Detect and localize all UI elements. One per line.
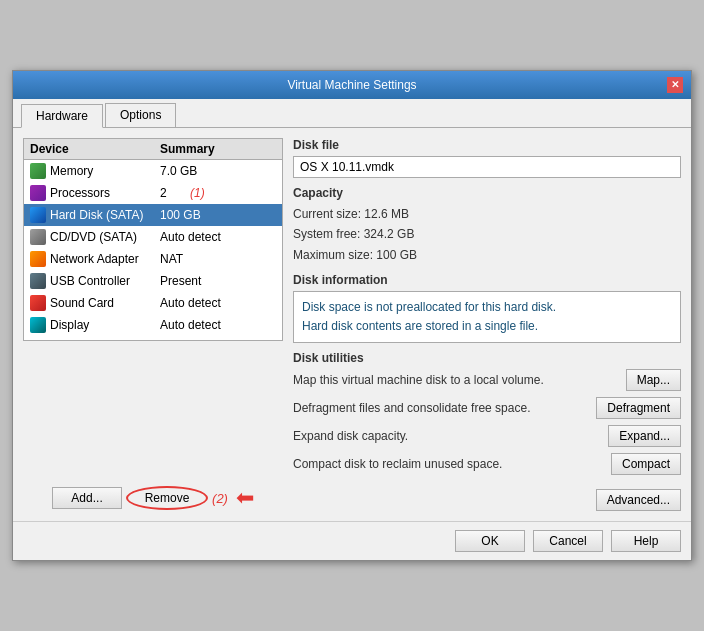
tab-hardware[interactable]: Hardware (21, 104, 103, 128)
disk-info-box: Disk space is not preallocated for this … (293, 291, 681, 343)
window-title: Virtual Machine Settings (37, 78, 667, 92)
disk-info-line1: Disk space is not preallocated for this … (302, 298, 672, 317)
advanced-section: Advanced... (293, 489, 681, 511)
remove-button-circle: Remove (126, 486, 208, 510)
device-name-memory: Memory (50, 164, 160, 178)
device-name-harddisk: Hard Disk (SATA) (50, 208, 160, 222)
capacity-system-free: System free: 324.2 GB (293, 224, 681, 244)
device-name-usb: USB Controller (50, 274, 160, 288)
utility-row-compact: Compact disk to reclaim unused space. Co… (293, 453, 681, 475)
capacity-section: Capacity Current size: 12.6 MB System fr… (293, 186, 681, 265)
device-summary-processors: 2 (1) (160, 186, 276, 200)
device-row-processors[interactable]: Processors 2 (1) (24, 182, 282, 204)
capacity-info: Current size: 12.6 MB System free: 324.2… (293, 204, 681, 265)
device-summary-network: NAT (160, 252, 276, 266)
column-device: Device (30, 142, 160, 156)
compact-button[interactable]: Compact (611, 453, 681, 475)
utility-desc-expand: Expand disk capacity. (293, 429, 608, 443)
device-row-cddvd[interactable]: CD/DVD (SATA) Auto detect (24, 226, 282, 248)
disk-file-input[interactable] (293, 156, 681, 178)
network-icon (30, 251, 46, 267)
device-row-usb[interactable]: USB Controller Present (24, 270, 282, 292)
disk-utilities-label: Disk utilities (293, 351, 681, 365)
sound-icon (30, 295, 46, 311)
annotation-1: (1) (190, 186, 205, 200)
utility-row-map: Map this virtual machine disk to a local… (293, 369, 681, 391)
device-name-sound: Sound Card (50, 296, 160, 310)
device-row-sound[interactable]: Sound Card Auto detect (24, 292, 282, 314)
right-panel: Disk file Capacity Current size: 12.6 MB… (293, 138, 681, 512)
device-name-cddvd: CD/DVD (SATA) (50, 230, 160, 244)
device-name-processors: Processors (50, 186, 160, 200)
help-button[interactable]: Help (611, 530, 681, 552)
device-row-harddisk[interactable]: Hard Disk (SATA) 100 GB (24, 204, 282, 226)
close-button[interactable]: ✕ (667, 77, 683, 93)
arrow-annotation: ⬅ (236, 485, 254, 511)
annotation-area: Add... Remove (2) ⬅ (23, 485, 283, 511)
device-row-network[interactable]: Network Adapter NAT (24, 248, 282, 270)
utility-desc-defragment: Defragment files and consolidate free sp… (293, 401, 596, 415)
device-summary-memory: 7.0 GB (160, 164, 276, 178)
utility-desc-map: Map this virtual machine disk to a local… (293, 373, 626, 387)
utility-row-defragment: Defragment files and consolidate free sp… (293, 397, 681, 419)
cddvd-icon (30, 229, 46, 245)
utility-row-expand: Expand disk capacity. Expand... (293, 425, 681, 447)
capacity-current: Current size: 12.6 MB (293, 204, 681, 224)
device-table: Device Summary Memory 7.0 GB Processors … (23, 138, 283, 342)
remove-button[interactable]: Remove (132, 489, 202, 507)
left-panel: Device Summary Memory 7.0 GB Processors … (23, 138, 283, 512)
utility-desc-compact: Compact disk to reclaim unused space. (293, 457, 611, 471)
main-content: Device Summary Memory 7.0 GB Processors … (13, 128, 691, 522)
capacity-max: Maximum size: 100 GB (293, 245, 681, 265)
device-summary-harddisk: 100 GB (160, 208, 276, 222)
processor-icon (30, 185, 46, 201)
column-summary: Summary (160, 142, 276, 156)
device-row-display[interactable]: Display Auto detect (24, 314, 282, 336)
disk-file-section: Disk file (293, 138, 681, 178)
cancel-button[interactable]: Cancel (533, 530, 603, 552)
disk-utilities-section: Disk utilities Map this virtual machine … (293, 351, 681, 481)
capacity-label: Capacity (293, 186, 681, 200)
display-icon (30, 317, 46, 333)
device-name-network: Network Adapter (50, 252, 160, 266)
tab-options[interactable]: Options (105, 103, 176, 127)
title-bar: Virtual Machine Settings ✕ (13, 71, 691, 99)
disk-file-label: Disk file (293, 138, 681, 152)
device-summary-cddvd: Auto detect (160, 230, 276, 244)
memory-icon (30, 163, 46, 179)
bottom-buttons-bar: OK Cancel Help (13, 521, 691, 560)
device-row-memory[interactable]: Memory 7.0 GB (24, 160, 282, 182)
defragment-button[interactable]: Defragment (596, 397, 681, 419)
virtual-machine-settings-window: Virtual Machine Settings ✕ Hardware Opti… (12, 70, 692, 562)
add-button[interactable]: Add... (52, 487, 122, 509)
left-buttons-area: Add... Remove (2) ⬅ (23, 481, 283, 511)
ok-button[interactable]: OK (455, 530, 525, 552)
disk-info-label: Disk information (293, 273, 681, 287)
tabs-bar: Hardware Options (13, 99, 691, 128)
expand-button[interactable]: Expand... (608, 425, 681, 447)
annotation-2: (2) (212, 491, 228, 506)
disk-info-line2: Hard disk contents are stored in a singl… (302, 317, 672, 336)
device-name-display: Display (50, 318, 160, 332)
table-header: Device Summary (24, 139, 282, 160)
disk-info-section: Disk information Disk space is not preal… (293, 273, 681, 343)
advanced-button[interactable]: Advanced... (596, 489, 681, 511)
harddisk-icon (30, 207, 46, 223)
device-summary-sound: Auto detect (160, 296, 276, 310)
device-summary-usb: Present (160, 274, 276, 288)
device-summary-display: Auto detect (160, 318, 276, 332)
usb-icon (30, 273, 46, 289)
map-button[interactable]: Map... (626, 369, 681, 391)
